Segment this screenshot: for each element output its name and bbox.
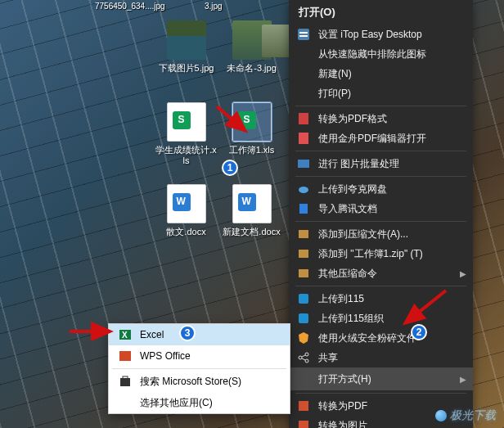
blank-icon xyxy=(295,67,312,80)
icon-label: 新建文档.docx xyxy=(221,227,282,237)
submenu-item-store[interactable]: 搜索 Microsoft Store(S) xyxy=(109,371,290,392)
svg-rect-24 xyxy=(123,376,128,379)
menu-open-header[interactable]: 打开(O) xyxy=(289,0,473,25)
svg-rect-8 xyxy=(299,230,308,238)
desktop-icon-doc2[interactable]: 新建文档.docx xyxy=(221,184,282,258)
menu-label: 导入腾讯文档 xyxy=(318,202,458,216)
menu-item-batch-pic[interactable]: 进行 图片批量处理 xyxy=(289,154,473,173)
svg-rect-7 xyxy=(299,204,308,214)
watermark-logo-icon xyxy=(435,410,447,421)
svg-point-13 xyxy=(299,356,302,359)
svg-rect-12 xyxy=(299,313,308,323)
svg-rect-1 xyxy=(299,32,308,34)
submenu-separator xyxy=(112,368,286,369)
menu-label: 上传到115组织 xyxy=(318,312,458,326)
svg-rect-11 xyxy=(299,294,308,304)
menu-item-add-zip-file[interactable]: 添加到 "工作簿1.zip" (T) xyxy=(289,244,473,264)
menu-label: 打开方式(H) xyxy=(318,372,458,386)
desktop-icon-xls1[interactable]: 学生成绩统计.xls xyxy=(155,102,217,176)
blank-icon xyxy=(295,87,312,100)
settings-icon xyxy=(295,28,312,41)
svg-rect-5 xyxy=(298,160,309,168)
pdf-icon xyxy=(295,112,312,125)
blank-icon xyxy=(295,372,312,385)
menu-item-jinshan[interactable]: 使用金舟PDF编辑器打开 xyxy=(289,128,473,148)
menu-item-new[interactable]: 新建(N) xyxy=(289,64,473,83)
menu-separator xyxy=(295,106,466,106)
menu-item-upload-115-group[interactable]: 上传到115组织 xyxy=(289,309,473,328)
desktop-background: 7756450_634....jpg 3.jpg 4.jpg 4_waterma… xyxy=(0,0,504,428)
menu-item-tx-docs[interactable]: 导入腾讯文档 xyxy=(289,199,473,219)
excel-icon: X xyxy=(117,327,133,342)
svg-point-14 xyxy=(305,353,308,356)
svg-rect-2 xyxy=(299,35,308,37)
shield-icon xyxy=(295,331,312,345)
menu-label: 使用火绒安全粉碎文件 xyxy=(318,331,458,345)
menu-label: 打印(P) xyxy=(318,87,458,101)
archive-icon xyxy=(295,267,312,280)
cloud-icon xyxy=(295,182,312,196)
menu-label: 添加到压缩文件(A)... xyxy=(318,228,458,241)
store-icon xyxy=(117,374,133,389)
menu-label: 从快速隐藏中排除此图标 xyxy=(318,47,458,61)
menu-separator xyxy=(295,286,466,286)
svg-rect-3 xyxy=(299,113,308,124)
submenu-label: Excel xyxy=(140,329,164,340)
menu-item-exclude[interactable]: 从快速隐藏中排除此图标 xyxy=(289,44,473,64)
document-icon xyxy=(232,184,272,223)
wps-office-icon xyxy=(117,349,133,363)
svg-rect-17 xyxy=(299,421,308,428)
menu-item-open-with[interactable]: 打开方式(H) ▶ xyxy=(289,367,473,390)
menu-item-itop[interactable]: 设置 iTop Easy Desktop xyxy=(289,25,473,44)
icon-label: 工作簿1.xls xyxy=(221,145,282,155)
menu-label: 其他压缩命令 xyxy=(318,267,458,281)
icon-label: 学生成绩统计.xls xyxy=(155,145,217,166)
document-icon xyxy=(167,184,206,223)
menu-label: 共享 xyxy=(318,351,458,365)
svg-rect-10 xyxy=(299,269,308,277)
submenu-label: 搜索 Microsoft Store(S) xyxy=(140,375,241,389)
svg-text:X: X xyxy=(122,331,128,340)
icon-label: 下载图片5.jpg xyxy=(155,63,217,74)
submenu-item-other[interactable]: 选择其他应用(C) xyxy=(109,392,290,413)
svg-rect-4 xyxy=(299,133,308,144)
svg-rect-22 xyxy=(119,351,131,361)
submenu-item-excel[interactable]: X Excel xyxy=(109,324,290,345)
svg-rect-16 xyxy=(299,401,308,411)
menu-item-upload-115[interactable]: 上传到115 xyxy=(289,289,473,309)
annotation-badge-3: 3 xyxy=(179,325,196,341)
menu-item-kk-cloud[interactable]: 上传到夸克网盘 xyxy=(289,179,473,199)
desktop-icon-image1[interactable]: 下载图片5.jpg xyxy=(155,20,217,94)
annotation-badge-1: 1 xyxy=(222,160,238,176)
icon-label: 散文.docx xyxy=(155,227,217,237)
wps-icon xyxy=(295,419,312,428)
chevron-right-icon: ▶ xyxy=(460,375,466,384)
open-with-submenu: X Excel WPS Office 搜索 Microsoft Store(S)… xyxy=(108,323,290,414)
desktop-icon-doc1[interactable]: 散文.docx xyxy=(155,184,217,258)
menu-item-to-pdf[interactable]: 转换为PDF格式 xyxy=(289,109,473,128)
menu-item-other-zip[interactable]: 其他压缩命令 ▶ xyxy=(289,264,473,283)
top-file-2: 3.jpg xyxy=(205,2,223,11)
menu-label: 新建(N) xyxy=(318,67,458,81)
svg-rect-9 xyxy=(299,250,308,258)
image-thumb-icon xyxy=(167,20,206,60)
submenu-item-wps[interactable]: WPS Office xyxy=(109,345,290,367)
menu-separator xyxy=(295,176,466,177)
menu-separator xyxy=(295,393,466,394)
menu-item-print[interactable]: 打印(P) xyxy=(289,83,473,103)
menu-label: 转换为PDF格式 xyxy=(318,112,458,126)
svg-point-15 xyxy=(305,359,308,363)
submenu-label: 选择其他应用(C) xyxy=(140,396,213,410)
chevron-right-icon: ▶ xyxy=(460,269,466,278)
menu-item-huorong[interactable]: 使用火绒安全粉碎文件 xyxy=(289,328,473,348)
share-icon xyxy=(295,351,312,364)
menu-item-add-zip[interactable]: 添加到压缩文件(A)... xyxy=(289,224,473,244)
spreadsheet-icon xyxy=(232,102,272,142)
menu-label: 添加到 "工作簿1.zip" (T) xyxy=(318,247,458,261)
watermark: 极光下载 xyxy=(435,408,496,423)
picture-icon xyxy=(295,157,312,170)
menu-item-share[interactable]: 共享 xyxy=(289,348,473,367)
menu-separator xyxy=(295,221,466,222)
115-icon xyxy=(295,312,312,325)
menu-label: 设置 iTop Easy Desktop xyxy=(318,28,458,42)
